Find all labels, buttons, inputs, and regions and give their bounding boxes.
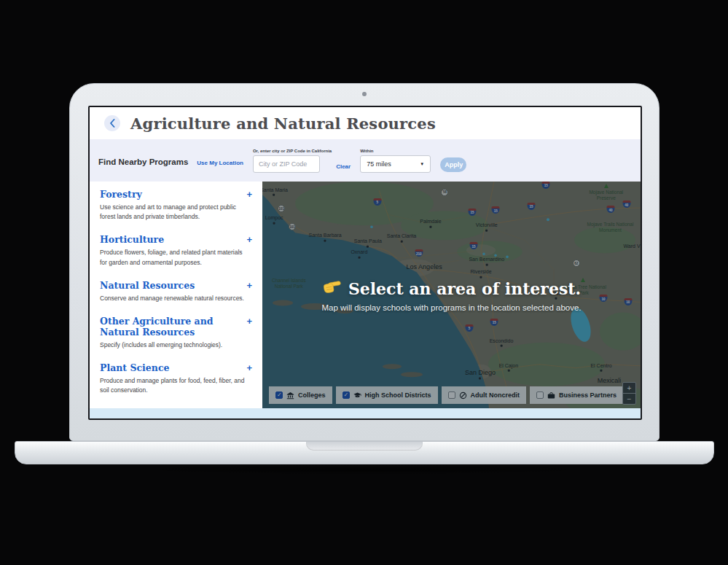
program-category-link[interactable]: Plant Science: [100, 362, 169, 373]
zip-field-group: Or, enter city or ZIP Code in California: [253, 149, 332, 173]
program-category-link[interactable]: Natural Resources: [100, 280, 195, 291]
park-tree-icon: [604, 184, 608, 188]
map-canvas[interactable]: Santa Maria Lompoc Santa Barbara: [262, 182, 641, 408]
layer-label: High School Districts: [365, 391, 431, 399]
clear-link[interactable]: Clear: [336, 163, 351, 170]
program-category: Horticulture + Produce flowers, foliage,…: [100, 234, 252, 267]
expand-plus-icon[interactable]: +: [246, 189, 252, 199]
briefcase-icon: [547, 391, 555, 400]
expand-plus-icon[interactable]: +: [246, 280, 252, 290]
program-sidebar: Forestry + Use science and art to manage…: [90, 182, 262, 408]
program-category-description: Produce flowers, foliage, and related pl…: [100, 248, 246, 267]
map-layer-toggle[interactable]: Adult Noncredit: [442, 386, 527, 404]
checkbox-icon[interactable]: [343, 391, 350, 399]
page-header: Agriculture and Natural Resources: [90, 107, 641, 139]
college-building-icon: [286, 391, 294, 400]
page-title: Agriculture and Natural Resources: [130, 114, 436, 133]
zoom-in-button[interactable]: +: [623, 383, 635, 393]
laptop-display: Agriculture and Natural Resources Find N…: [88, 106, 642, 420]
page-footer-strip: [90, 408, 641, 418]
park-tree-icon: [581, 278, 585, 282]
city-zip-input[interactable]: [253, 155, 320, 173]
within-field-group: Within 75 miles ▼: [360, 149, 431, 173]
zip-field-label: Or, enter city or ZIP Code in California: [253, 149, 332, 153]
map-layer-toggle[interactable]: Colleges: [269, 386, 332, 404]
program-category-description: Produce and manage plants for food, feed…: [100, 376, 246, 395]
graduation-cap-icon: [353, 391, 361, 400]
main-content: Forestry + Use science and art to manage…: [90, 182, 641, 408]
program-category-description: Use science and art to manage and protec…: [100, 203, 246, 222]
checkbox-icon[interactable]: [275, 391, 283, 399]
filter-heading: Find Nearby Programs: [98, 157, 188, 166]
program-category-link[interactable]: Horticulture: [100, 234, 164, 245]
program-category-link[interactable]: Forestry: [100, 189, 142, 200]
program-category-description: Conserve and manage renewable natural re…: [100, 294, 246, 303]
find-nearby-programs-bar: Find Nearby Programs Use My Location Or,…: [90, 139, 641, 182]
expand-plus-icon[interactable]: +: [246, 362, 252, 373]
checkbox-icon[interactable]: [448, 391, 455, 399]
program-category-link[interactable]: Other Agriculture and Natural Resources: [100, 316, 246, 338]
expand-plus-icon[interactable]: +: [246, 234, 252, 244]
use-my-location-link[interactable]: Use My Location: [197, 160, 243, 166]
radius-dropdown[interactable]: 75 miles ▼: [360, 155, 431, 173]
map-layer-toggle[interactable]: Business Partners: [530, 386, 623, 404]
laptop-lid-groove: [306, 442, 423, 451]
layer-label: Business Partners: [559, 391, 617, 399]
expand-plus-icon[interactable]: +: [246, 316, 252, 326]
laptop-frame: Agriculture and Natural Resources Find N…: [69, 83, 659, 441]
program-category: Forestry + Use science and art to manage…: [100, 189, 252, 222]
checkbox-icon[interactable]: [536, 391, 544, 399]
chevron-left-icon: [109, 119, 115, 128]
laptop-base: [15, 441, 714, 464]
program-category-description: Specify (includes all emerging technolog…: [100, 340, 246, 350]
program-category: Natural Resources + Conserve and manage …: [100, 280, 252, 303]
zoom-out-button[interactable]: −: [623, 393, 635, 404]
back-button[interactable]: [104, 115, 120, 131]
park-markers: [262, 182, 641, 408]
dropdown-caret-icon: ▼: [420, 162, 424, 166]
within-label: Within: [360, 149, 431, 153]
map-layers-bar: Colleges High School Districts: [269, 386, 623, 404]
program-category: Plant Science + Produce and manage plant…: [100, 362, 252, 395]
layer-label: Colleges: [298, 391, 326, 399]
apply-button[interactable]: Apply: [440, 157, 466, 172]
layer-label: Adult Noncredit: [471, 391, 520, 399]
program-category: Other Agriculture and Natural Resources …: [100, 316, 252, 350]
webcam-dot: [362, 92, 367, 96]
app-window: Agriculture and Natural Resources Find N…: [90, 107, 641, 418]
laptop-shadow: [40, 463, 689, 478]
map-zoom-control: + −: [622, 382, 636, 405]
circle-slash-icon: [459, 391, 467, 400]
map-layer-toggle[interactable]: High School Districts: [336, 386, 438, 404]
radius-selected-value: 75 miles: [367, 160, 391, 168]
